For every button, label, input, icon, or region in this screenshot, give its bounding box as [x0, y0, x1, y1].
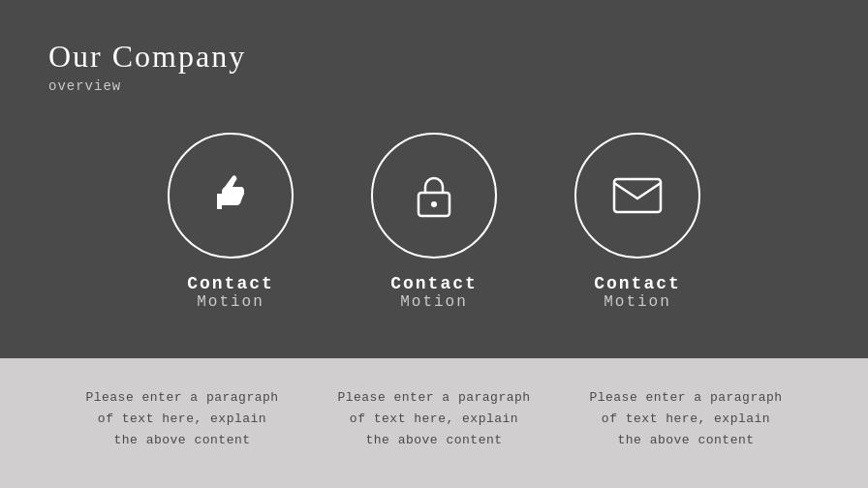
card-3-label-bottom: Motion: [604, 293, 671, 311]
svg-point-1: [431, 201, 437, 207]
lock-icon: [416, 173, 452, 218]
descriptions-row: Please enter a paragraph of text here, e…: [85, 387, 783, 451]
page-title: Our Company: [48, 39, 820, 75]
card-1-label-top: Contact: [187, 274, 274, 293]
card-2-label-bottom: Motion: [400, 293, 468, 311]
circle-3: [574, 133, 700, 259]
description-2: Please enter a paragraph of text here, e…: [337, 387, 531, 451]
card-2-label-top: Contact: [390, 274, 478, 293]
circle-2: [371, 133, 497, 259]
thumbs-up-icon: [209, 174, 252, 217]
circle-1: [168, 133, 294, 259]
page-subtitle: overview: [48, 78, 820, 94]
svg-rect-2: [614, 179, 661, 212]
top-section: Our Company overview Contact Motion: [0, 0, 868, 358]
card-2: Contact Motion: [371, 133, 497, 311]
page: Our Company overview Contact Motion: [0, 0, 868, 488]
card-3: Contact Motion: [574, 133, 700, 311]
mail-icon: [612, 177, 663, 214]
card-1-label-bottom: Motion: [197, 293, 264, 311]
bottom-section: Please enter a paragraph of text here, e…: [0, 358, 868, 488]
icons-row: Contact Motion Contact Motion: [48, 133, 820, 311]
description-3: Please enter a paragraph of text here, e…: [589, 387, 783, 451]
description-1: Please enter a paragraph of text here, e…: [85, 387, 279, 451]
card-3-label-top: Contact: [594, 274, 681, 293]
card-1: Contact Motion: [168, 133, 294, 311]
